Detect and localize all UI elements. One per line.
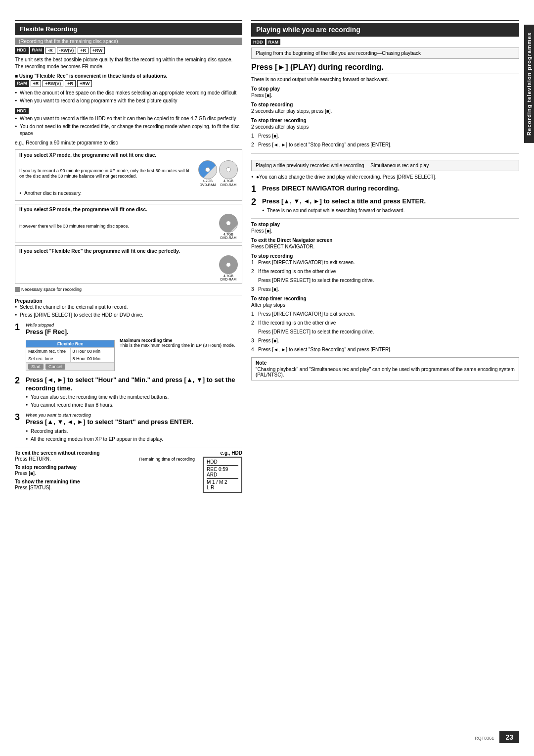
ram-badges: RAM +R +RW(V) +R +RW	[15, 80, 242, 87]
hdd-line5: L R	[207, 485, 214, 490]
remaining-of-text: Remaining time of recording	[139, 457, 195, 463]
badge-plus-r2: +R	[31, 80, 42, 87]
right-format-badges: HDD RAM	[251, 39, 519, 45]
to-stop-rec2-step1: 1 Press [DIRECT NAVIGATOR] to exit scree…	[251, 259, 519, 266]
xp-mode-title: If you select XP mode, the programme wil…	[19, 152, 238, 158]
using-flexible-title: ■ Using "Flexible Rec" is convenient in …	[15, 73, 242, 79]
hdd-line1: HDD	[207, 459, 218, 465]
to-stop-rec2-label: To stop recording	[251, 253, 519, 259]
to-stop-play-label: To stop play	[251, 86, 519, 92]
eg-text: e.g., Recording a 90 minute programme to…	[15, 140, 242, 146]
to-stop-rec2-step2b: Press [DRIVE SELECT] to select the recor…	[251, 277, 519, 284]
badge-r2: +R	[65, 80, 76, 87]
step3-bullet2: All the recording modes from XP to EP ap…	[26, 436, 242, 443]
timer2-step2: 2 If the recording is on the other drive	[251, 320, 519, 327]
step1-condition: While stopped	[26, 323, 242, 328]
xp-another-disc: Another disc is necessary.	[19, 190, 238, 197]
flexible-recording-subtitle: (Recording that fits the remaining disc …	[15, 38, 242, 45]
fr-row2-label: Set rec. time	[26, 355, 71, 362]
chasing-text: Playing from the beginning of the title …	[256, 50, 515, 56]
flexible-box-title: If you select "Flexible Rec" the program…	[19, 248, 238, 254]
xp-mode-box: If you select XP mode, the programme wil…	[15, 149, 242, 201]
to-stop-timer2-intro: After play stops	[251, 302, 519, 309]
fr-start-btn[interactable]: Start	[28, 364, 44, 370]
fr-row1-label: Maximum rec. time	[26, 348, 71, 355]
sim-step2-number: 2	[251, 197, 262, 215]
fr-row2-value: 8 Hour 00 Min	[71, 355, 115, 362]
max-time-label: Maximum recording time	[120, 338, 235, 343]
hdd-line4: M 1 / M 2	[207, 479, 227, 485]
show-remaining-label: To show the remaining time	[15, 479, 100, 484]
step3-heading: Press [▲, ▼, ◄, ►] to select "Start" and…	[26, 418, 242, 426]
sim-step1-heading: Press DIRECT NAVIGATOR during recording.	[262, 185, 519, 193]
to-stop-timer-label: To stop timer recording	[251, 118, 519, 123]
to-stop-play2-label: To stop play	[251, 222, 519, 227]
badge-hdd: HDD	[15, 47, 29, 54]
timer2-step1: 1 Press [DIRECT NAVIGATOR] to exit scree…	[251, 311, 519, 318]
to-stop-rec2-step3: 3 Press [■].	[251, 286, 519, 293]
step2-heading: Press [◄, ►] to select "Hour" and "Min."…	[26, 376, 242, 393]
press-play-heading: Press [►] (PLAY) during recording.	[251, 63, 519, 74]
sim-step1-number: 1	[251, 185, 262, 194]
hdd-line3: ARD	[207, 472, 217, 477]
step3-bullet1: Recording starts.	[26, 428, 242, 435]
fr-table: Flexible Rec Maximum rec. time 8 Hour 00…	[26, 340, 115, 371]
timer2-step3: 3 Press [■].	[251, 337, 519, 344]
hdd-display: HDD REC 0:59 ARD M 1 / M 2 L R	[203, 457, 242, 493]
step2-bullet2: You cannot record more than 8 hours.	[26, 402, 242, 409]
bullet-2: When you want to record a long programme…	[15, 97, 242, 104]
format-badges: HDD RAM -R -RW(V) +R +RW	[15, 47, 242, 54]
stop-recording-label: To stop recording partway	[15, 465, 100, 470]
max-time-text: This is the maximum recording time in EP…	[120, 343, 235, 349]
product-code: RQT8361	[475, 736, 494, 741]
badge-plus-rw: +RW	[90, 47, 105, 54]
to-stop-timer2-label: To stop timer recording	[251, 296, 519, 301]
timer-step-1: 1 Press [■].	[251, 133, 519, 140]
no-sound-text: There is no sound output while searching…	[251, 76, 519, 83]
eg-hdd-label: e.g., HDD	[139, 450, 242, 456]
prep-bullet-1: Select the channel or the external input…	[15, 304, 242, 311]
timer-step-2: 2 Press [◄, ►] to select "Stop Recording…	[251, 142, 519, 148]
step1-number: 1	[15, 323, 26, 373]
hdd-line2: REC 0:59	[207, 467, 228, 472]
to-exit-direct-label: To exit the Direct Navigator screen	[251, 237, 519, 243]
sim-step2-heading: Press [▲, ▼, ◄, ►] to select a title and…	[262, 197, 519, 206]
prep-bullet-2: Press [DRIVE SELECT] to select the HDD o…	[15, 312, 242, 319]
to-exit-direct-text: Press DIRECT NAVIGATOR.	[251, 243, 519, 250]
bullet-4: You do not need to edit the recorded tit…	[15, 123, 242, 137]
flexible-recording-title: Flexible Recording	[15, 23, 242, 35]
fr-cancel-btn[interactable]: Cancel	[45, 364, 65, 370]
playing-while-recording-title: Playing while you are recording	[251, 23, 519, 37]
badge-hdd-2: HDD	[15, 108, 29, 114]
simultaneous-box: Playing a title previously recorded whil…	[251, 160, 519, 171]
legend: Necessary space for recording	[15, 287, 242, 292]
right-badge-ram: RAM	[267, 39, 281, 45]
badge-rwv: -RW(V)	[57, 47, 77, 54]
flexible-box: If you select "Flexible Rec" the program…	[15, 245, 242, 284]
show-remaining-text: Press [STATUS].	[15, 484, 100, 491]
sp-box-text: However there will be 30 minutes remaini…	[19, 224, 215, 230]
sp-mode-box: If you select SP mode, the programme wil…	[15, 204, 242, 242]
bullet-3: When you want to record a title to HDD s…	[15, 115, 242, 122]
step3-condition: When you want to start recording	[26, 413, 242, 418]
step1-heading: Press [F Rec].	[26, 328, 242, 336]
timer2-step4: 4 Press [◄, ►] to select "Stop Recording…	[251, 346, 519, 353]
step2-number: 2	[15, 376, 26, 410]
note-box: Note "Chasing playback" and "Simultaneou…	[251, 357, 519, 380]
step2-bullet1: You can also set the recording time with…	[26, 394, 242, 401]
badge-plus-rwv2: +RW(V)	[43, 80, 63, 87]
legend-square	[15, 287, 20, 292]
exit-screen-label: To exit the screen without recording	[15, 450, 100, 456]
preparation-title: Preparation	[15, 298, 242, 304]
fr-row1-value: 8 Hour 00 Min	[71, 348, 115, 355]
fr-table-header: Flexible Rec	[26, 340, 114, 347]
badge-plus-rw2: +RW	[77, 80, 92, 87]
simultaneous-text: Playing a title previously recorded whil…	[256, 163, 515, 168]
xp-disc-diagram: If you try to record a 90 minute program…	[19, 160, 238, 188]
bullet-1: When the amount of free space on the dis…	[15, 90, 242, 96]
badge-r: -R	[45, 47, 55, 54]
right-badge-hdd: HDD	[251, 39, 265, 45]
sidebar-recording-label: Recording television programmes	[524, 25, 534, 143]
to-stop-play2-text: Press [■].	[251, 228, 519, 235]
also-change-text: ●You can also change the drive and play …	[251, 174, 519, 181]
